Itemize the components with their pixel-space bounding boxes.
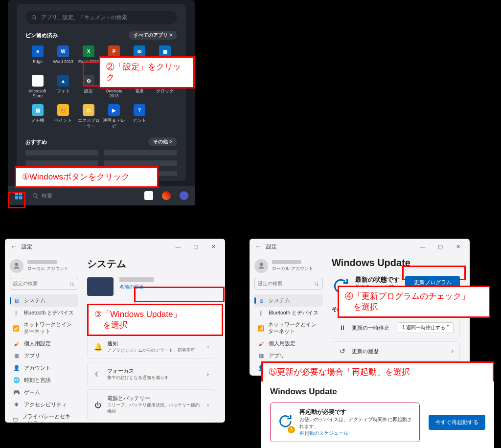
item-title: 更新の履歴 (352, 348, 447, 355)
minimize-button[interactable]: ― (414, 244, 432, 250)
highlight-check-updates (402, 266, 466, 280)
nav-システム[interactable]: 🖥システム (254, 294, 323, 307)
nav-label: システム (24, 297, 46, 304)
avatar (10, 259, 23, 273)
settings-search-input[interactable]: 設定の検索 (254, 278, 323, 290)
nav-個人用設定[interactable]: 🖌個人用設定 (254, 337, 323, 350)
nav-システム[interactable]: 🖥システム (10, 294, 78, 307)
nav-Bluetooth とデバイス[interactable]: ᛒBluetooth とデバイス (10, 307, 78, 319)
item-title: 更新の一時停止 (352, 324, 393, 332)
app-icon: ▦ (159, 45, 171, 57)
nav-icon: 🖥 (13, 297, 20, 304)
nav-icon: 👤 (13, 364, 20, 372)
avatar (254, 259, 268, 273)
taskbar-app-3[interactable] (177, 189, 191, 202)
settings-search-placeholder: 設定の検索 (13, 280, 38, 287)
page-title: システム (87, 257, 215, 270)
nav-アクセシビリティ[interactable]: ✱アクセシビリティ (10, 399, 78, 411)
maximize-button[interactable]: ▢ (432, 244, 449, 250)
back-button[interactable]: ← (252, 243, 264, 250)
nav-ネットワークとインターネット[interactable]: 📶ネットワークとインターネット (10, 319, 78, 337)
pinned-app-Word 2013[interactable]: WWord 2013 (51, 44, 75, 71)
settings-main: システム 名前の変更 ⊞ Microsoft 365特典を表示 ⟳ Window… (83, 254, 225, 423)
system-item-フォーカス[interactable]: ☾フォーカス集中の妨げとなる通知を減らす› (87, 362, 215, 386)
system-item-電源とバッテリー[interactable]: ⏻電源とバッテリースリープ、バッテリ使用状況、バッテリー節約機能› (87, 389, 215, 420)
taskbar-app-1[interactable] (142, 189, 156, 202)
nav-時刻と言語[interactable]: 🌐時刻と言語 (10, 374, 78, 386)
pinned-app-映画 & テレビ[interactable]: ▶映画 & テレビ (102, 102, 126, 132)
nav-icon: ▦ (257, 352, 265, 359)
system-item-通知[interactable]: 🔔通知アプリとシステムからのアラート、応答不可› (87, 335, 215, 359)
settings-search-input[interactable]: 設定の検索 (10, 278, 78, 290)
nav-個人用設定[interactable]: 🖌個人用設定 (10, 337, 78, 350)
restart-title: 再起動が必要です (299, 408, 412, 416)
callout-3: ③「Windows Update」 を選択 (87, 304, 223, 336)
status-title: 最新の状態です (355, 275, 400, 284)
user-block[interactable]: ローカル アカウント (10, 259, 78, 273)
restart-now-button[interactable]: 今すぐ再起動する (429, 415, 485, 430)
pause-dropdown[interactable]: 1 週間一時停止する ˅ (398, 322, 454, 333)
nav-icon: 🖌 (257, 340, 265, 347)
nav-label: 個人用設定 (24, 340, 51, 347)
nav-ネットワークとインターネット[interactable]: 📶ネットワークとインターネット (254, 319, 323, 337)
user-block[interactable]: ローカル アカウント (254, 259, 323, 273)
close-button[interactable]: ✕ (205, 244, 222, 250)
back-button[interactable]: ← (8, 243, 20, 250)
device-monitor-icon (87, 277, 114, 296)
taskbar-search[interactable]: 検索 (29, 189, 88, 202)
item-icon: ☾ (93, 370, 102, 379)
app-icon: 🗀 (83, 104, 94, 116)
nav-label: ネットワークとインターネット (268, 321, 320, 335)
nav-ゲーム[interactable]: 🎮ゲーム (10, 386, 78, 399)
nav-アプリ[interactable]: ▦アプリ (254, 350, 323, 362)
minimize-button[interactable]: ― (169, 244, 187, 250)
search-icon (69, 281, 75, 287)
pinned-app-ヒント[interactable]: ?ヒント (127, 102, 152, 132)
more-button[interactable]: その他 > (148, 137, 177, 146)
pinned-app-ペイント[interactable]: 🎨ペイント (51, 102, 75, 132)
pinned-app-Edge[interactable]: eEdge (25, 44, 50, 71)
start-search-placeholder: アプリ、設定、ドキュメントの検索 (41, 14, 127, 21)
pause-icon: ⏸ (338, 323, 347, 332)
maximize-button[interactable]: ▢ (187, 244, 205, 250)
pause-updates-item[interactable]: ⏸ 更新の一時停止 1 週間一時停止する ˅ (332, 317, 460, 338)
taskbar-search-label: 検索 (42, 192, 52, 200)
pinned-app-フォト[interactable]: ▲フォト (51, 73, 75, 100)
history-icon: ↺ (338, 347, 347, 356)
window-title: 設定 (22, 243, 32, 250)
pinned-app-メモ帳[interactable]: ▤メモ帳 (25, 102, 50, 132)
titlebar: ← 設定 ― ▢ ✕ (5, 239, 225, 254)
nav-Bluetooth とデバイス[interactable]: ᛒBluetooth とデバイス (254, 307, 323, 319)
nav-icon: 🌐 (13, 377, 20, 384)
nav-プライバシーとセキュリティ[interactable]: 🛡プライバシーとセキュリティ (10, 411, 78, 423)
taskbar-app-2[interactable] (159, 189, 173, 202)
nav-label: Bluetooth とデバイス (269, 310, 319, 316)
all-apps-button[interactable]: すべてのアプリ > (129, 31, 177, 40)
nav-icon: 📶 (13, 325, 20, 332)
pinned-app-Microsoft Store[interactable]: ⊞Microsoft Store (25, 73, 50, 100)
search-icon (314, 281, 319, 287)
item-icon: 🔔 (93, 342, 102, 351)
callout-5: ⑤更新が必要な場合「再起動」を選択 (261, 361, 494, 381)
restart-panel-title: Windows Update (270, 387, 485, 397)
start-search-input[interactable]: アプリ、設定、ドキュメントの検索 (25, 11, 177, 24)
restart-schedule-link[interactable]: 再起動のスケジュール (299, 430, 412, 437)
nav-icon: 🛡 (13, 417, 18, 423)
app-label: クロック (156, 89, 174, 94)
app-label: 設定 (84, 89, 93, 94)
app-icon: 🎨 (57, 104, 69, 116)
app-icon: ▶ (108, 104, 120, 116)
app-icon: X (83, 45, 94, 57)
app-label: Microsoft Store (25, 89, 50, 98)
window-controls: ― ▢ ✕ (414, 244, 467, 250)
app-icon: ✉ (134, 45, 145, 57)
app-icon: ▲ (57, 75, 69, 87)
close-button[interactable]: ✕ (449, 244, 467, 250)
nav-icon: 📶 (257, 325, 264, 332)
nav-アプリ[interactable]: ▦アプリ (10, 350, 78, 362)
app-label: 映画 & テレビ (102, 118, 126, 130)
update-history-item[interactable]: ↺ 更新の履歴 › (332, 341, 460, 361)
nav-アカウント[interactable]: 👤アカウント (10, 362, 78, 374)
app-icon: P (108, 45, 120, 57)
pinned-app-エクスプローラー[interactable]: 🗀エクスプローラー (76, 102, 101, 132)
